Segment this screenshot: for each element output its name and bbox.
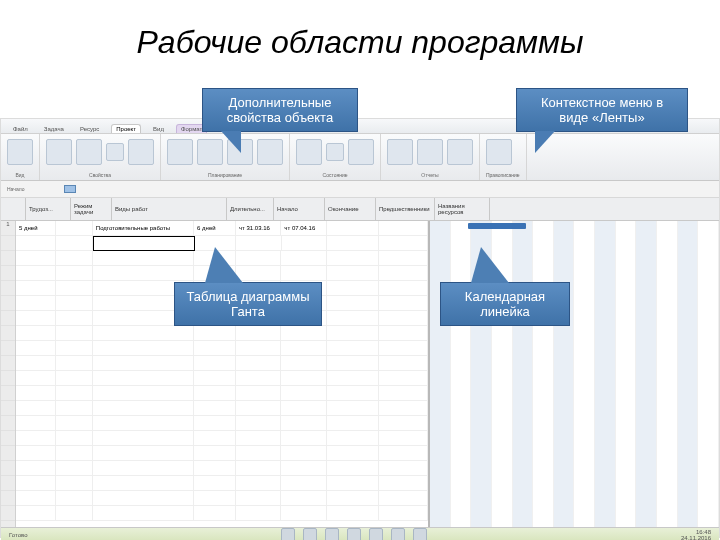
table-cell[interactable] — [56, 506, 93, 520]
table-cell[interactable] — [379, 491, 428, 505]
table-cell[interactable] — [327, 311, 379, 325]
table-cell[interactable] — [56, 371, 93, 385]
table-cell[interactable] — [281, 251, 326, 265]
column-header[interactable]: Виды работ — [112, 198, 227, 220]
table-cell[interactable] — [93, 371, 194, 385]
tab-view[interactable]: Вид — [149, 125, 168, 133]
table-cell[interactable] — [16, 341, 56, 355]
table-cell[interactable]: 5 дней — [16, 221, 56, 235]
table-cell[interactable] — [236, 401, 281, 415]
table-cell[interactable] — [56, 431, 93, 445]
table-cell[interactable] — [327, 476, 379, 490]
table-cell[interactable] — [327, 296, 379, 310]
table-cell[interactable] — [327, 236, 379, 250]
table-cell[interactable] — [16, 326, 56, 340]
table-cell[interactable] — [93, 251, 194, 265]
column-header[interactable]: Длительно... — [227, 198, 274, 220]
table-cell[interactable] — [236, 356, 281, 370]
table-cell[interactable] — [93, 236, 195, 251]
table-cell[interactable] — [56, 386, 93, 400]
taskbar-icon[interactable] — [347, 528, 361, 540]
table-cell[interactable] — [194, 476, 236, 490]
table-cell[interactable] — [236, 371, 281, 385]
table-cell[interactable] — [93, 476, 194, 490]
table-cell[interactable] — [379, 221, 428, 235]
table-cell[interactable] — [379, 311, 428, 325]
table-cell[interactable] — [16, 491, 56, 505]
table-cell[interactable] — [16, 401, 56, 415]
table-cell[interactable] — [194, 341, 236, 355]
table-cell[interactable] — [281, 491, 326, 505]
table-cell[interactable]: чт 31.03.16 — [236, 221, 281, 235]
table-cell[interactable] — [379, 341, 428, 355]
table-cell[interactable] — [281, 461, 326, 475]
table-cell[interactable] — [327, 266, 379, 280]
ribbon-icon[interactable] — [296, 139, 322, 165]
ribbon-icon[interactable] — [46, 139, 72, 165]
table-cell[interactable] — [281, 416, 326, 430]
table-cell[interactable] — [56, 341, 93, 355]
table-cell[interactable] — [281, 326, 326, 340]
table-cell[interactable] — [194, 326, 236, 340]
table-cell[interactable] — [56, 326, 93, 340]
table-cell[interactable] — [379, 416, 428, 430]
table-cell[interactable] — [327, 326, 379, 340]
ribbon-icon[interactable] — [486, 139, 512, 165]
ribbon-icon[interactable] — [326, 143, 344, 161]
table-cell[interactable] — [194, 401, 236, 415]
table-cell[interactable] — [16, 266, 56, 280]
table-cell[interactable] — [93, 341, 194, 355]
table-cell[interactable] — [236, 326, 281, 340]
ribbon-icon[interactable] — [447, 139, 473, 165]
taskbar-icon[interactable] — [303, 528, 317, 540]
column-header[interactable]: Предшественники — [376, 198, 435, 220]
table-cell[interactable] — [56, 401, 93, 415]
table-cell[interactable] — [93, 401, 194, 415]
table-cell[interactable] — [93, 416, 194, 430]
table-cell[interactable] — [236, 446, 281, 460]
table-cell[interactable] — [327, 401, 379, 415]
table-cell[interactable] — [327, 431, 379, 445]
table-cell[interactable] — [327, 371, 379, 385]
table-cell[interactable]: 6 дней — [194, 221, 236, 235]
table-cell[interactable] — [56, 311, 93, 325]
tab-project[interactable]: Проект — [111, 124, 141, 133]
table-cell[interactable] — [379, 326, 428, 340]
table-cell[interactable] — [236, 476, 281, 490]
ribbon-icon[interactable] — [387, 139, 413, 165]
table-cell[interactable] — [379, 281, 428, 295]
table-cell[interactable] — [194, 356, 236, 370]
table-cell[interactable] — [16, 371, 56, 385]
table-cell[interactable] — [16, 386, 56, 400]
table-cell[interactable] — [56, 446, 93, 460]
table-cell[interactable] — [327, 491, 379, 505]
table-cell[interactable] — [194, 431, 236, 445]
table-cell[interactable] — [236, 236, 281, 250]
table-cell[interactable] — [327, 416, 379, 430]
table-cell[interactable] — [194, 491, 236, 505]
table-cell[interactable] — [379, 461, 428, 475]
taskbar-icon[interactable] — [369, 528, 383, 540]
table-cell[interactable] — [16, 506, 56, 520]
table-cell[interactable] — [194, 371, 236, 385]
taskbar-icon[interactable] — [391, 528, 405, 540]
table-cell[interactable] — [93, 386, 194, 400]
table-cell[interactable]: чт 07.04.16 — [281, 221, 326, 235]
table-cell[interactable] — [56, 491, 93, 505]
table-cell[interactable] — [56, 266, 93, 280]
gantt-task-bar[interactable] — [468, 223, 526, 229]
table-cell[interactable] — [327, 281, 379, 295]
ribbon-icon[interactable] — [7, 139, 33, 165]
table-cell[interactable] — [194, 416, 236, 430]
table-cell[interactable] — [236, 431, 281, 445]
ribbon-icon[interactable] — [348, 139, 374, 165]
table-cell[interactable] — [327, 506, 379, 520]
table-cell[interactable] — [281, 506, 326, 520]
ribbon-icon[interactable] — [106, 143, 124, 161]
table-cell[interactable] — [281, 266, 326, 280]
table-cell[interactable] — [379, 236, 428, 250]
table-cell[interactable] — [56, 416, 93, 430]
table-cell[interactable] — [93, 431, 194, 445]
table-cell[interactable] — [236, 386, 281, 400]
column-header[interactable]: Окончание — [325, 198, 376, 220]
